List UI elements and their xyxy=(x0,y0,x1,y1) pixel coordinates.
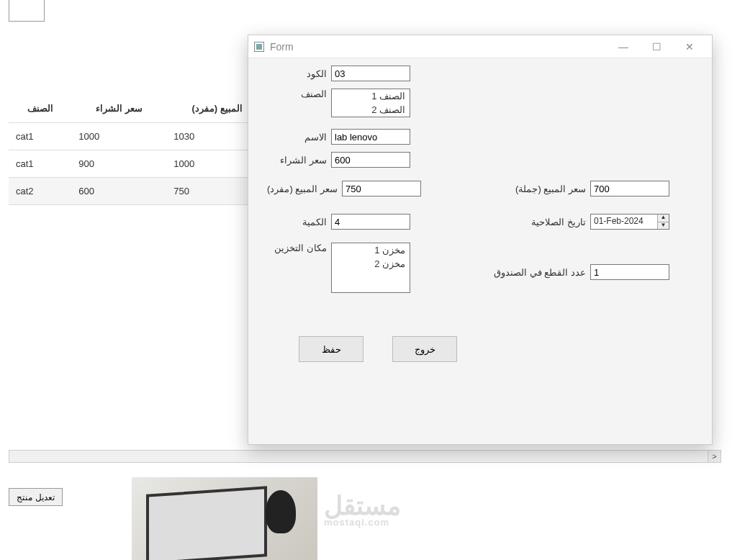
table-header-row: الصنف سعر الشراء المبيع (مفرد) xyxy=(9,95,268,122)
maximize-button[interactable]: ☐ xyxy=(640,36,673,58)
close-button[interactable]: ✕ xyxy=(673,36,706,58)
dialog-body: الكود الصنف الصنف 1 الصنف 2 الاسم سعر ال… xyxy=(248,58,712,444)
buy-price-input[interactable] xyxy=(331,152,410,168)
save-button[interactable]: حفظ xyxy=(299,336,364,362)
top-box-fragment xyxy=(9,0,45,22)
cell-category: cat1 xyxy=(9,122,71,150)
code-input[interactable] xyxy=(331,66,410,81)
cell-buy: 1000 xyxy=(71,122,166,150)
sell-single-input[interactable] xyxy=(342,181,421,197)
spin-up-icon[interactable]: ▲ xyxy=(658,214,669,222)
cell-buy: 600 xyxy=(71,177,166,204)
app-icon xyxy=(254,42,264,52)
label-name: الاسم xyxy=(263,132,331,143)
quantity-input[interactable] xyxy=(331,214,410,230)
label-code: الكود xyxy=(263,68,331,79)
label-expiry: تاريخ الصلاحية xyxy=(518,217,590,227)
storage-option[interactable]: مخزن 1 xyxy=(332,243,410,257)
label-category: الصنف xyxy=(263,89,331,99)
table-row[interactable]: cat2 600 750 xyxy=(9,177,268,204)
dialog-title: Form xyxy=(270,41,607,53)
products-table[interactable]: الصنف سعر الشراء المبيع (مفرد) cat1 1000… xyxy=(9,95,268,205)
label-sell-bulk: سعر المبيع (جملة) xyxy=(504,184,590,194)
product-image xyxy=(132,477,317,560)
storage-listbox[interactable]: مخزن 1 مخزن 2 xyxy=(331,243,410,293)
expiry-datepicker[interactable]: 01-Feb-2024 ▲ ▼ xyxy=(590,214,669,230)
cell-buy: 900 xyxy=(71,150,166,177)
label-storage: مكان التخزين xyxy=(263,243,331,253)
date-spinner[interactable]: ▲ ▼ xyxy=(657,214,669,229)
category-option[interactable]: الصنف 1 xyxy=(332,89,410,103)
label-quantity: الكمية xyxy=(263,217,331,227)
cell-category: cat1 xyxy=(9,150,71,177)
edit-product-button[interactable]: تعديل منتج xyxy=(9,488,63,506)
watermark-main: مستقل xyxy=(324,491,401,520)
cell-category: cat2 xyxy=(9,177,71,204)
spin-down-icon[interactable]: ▼ xyxy=(658,222,669,230)
category-option[interactable]: الصنف 2 xyxy=(332,103,410,117)
name-input[interactable] xyxy=(331,129,410,145)
minimize-button[interactable]: — xyxy=(607,36,640,58)
table-row[interactable]: cat1 1000 1030 xyxy=(9,122,268,150)
storage-option[interactable]: مخزن 2 xyxy=(332,257,410,271)
form-dialog: Form — ☐ ✕ الكود الصنف الصنف 1 الصنف 2 ا… xyxy=(248,35,713,445)
watermark-sub: mostaql.com xyxy=(324,518,401,527)
sell-bulk-input[interactable] xyxy=(590,181,669,197)
pieces-box-input[interactable] xyxy=(590,264,669,280)
label-buy-price: سعر الشراء xyxy=(263,155,331,166)
dialog-titlebar[interactable]: Form — ☐ ✕ xyxy=(248,35,712,58)
horizontal-scrollbar[interactable]: > xyxy=(9,450,721,463)
col-buy-price: سعر الشراء xyxy=(71,95,166,122)
exit-button[interactable]: خروج xyxy=(392,336,457,362)
category-listbox[interactable]: الصنف 1 الصنف 2 xyxy=(331,89,410,117)
col-category: الصنف xyxy=(9,95,71,122)
label-pieces-box: عدد القطع في الصندوق xyxy=(482,267,590,278)
scroll-right-icon[interactable]: > xyxy=(708,451,721,462)
label-sell-single: سعر المبيع (مفرد) xyxy=(263,184,342,194)
expiry-value: 01-Feb-2024 xyxy=(591,214,657,229)
watermark-logo: مستقل mostaql.com xyxy=(324,493,401,527)
table-row[interactable]: cat1 900 1000 xyxy=(9,150,268,177)
